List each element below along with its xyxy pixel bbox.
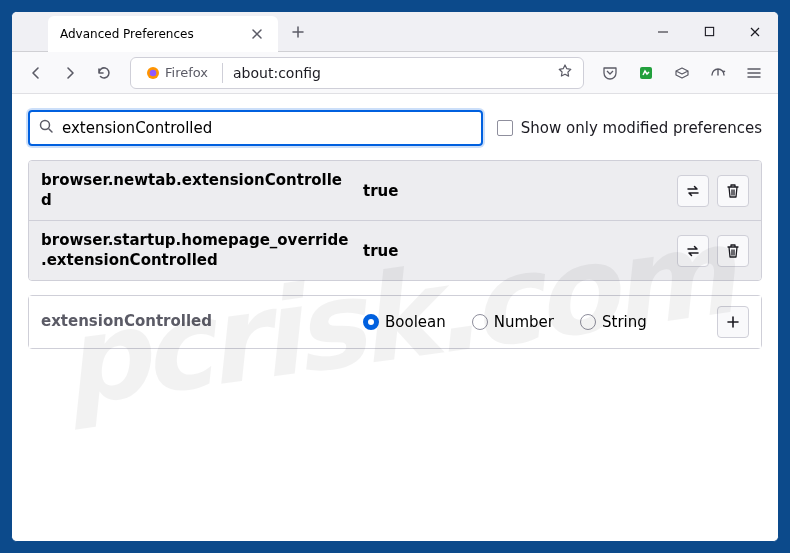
bookmark-star-icon[interactable] xyxy=(557,63,573,83)
search-input[interactable] xyxy=(62,119,473,137)
toggle-button[interactable] xyxy=(677,235,709,267)
pref-row[interactable]: browser.newtab.extensionControlled true xyxy=(29,161,761,220)
search-row: Show only modified preferences xyxy=(28,110,762,146)
identity-separator xyxy=(222,63,223,83)
radio-number[interactable]: Number xyxy=(472,313,554,331)
identity-label: Firefox xyxy=(165,65,208,80)
row-actions xyxy=(677,175,749,207)
forward-button[interactable] xyxy=(54,57,86,89)
urlbar[interactable]: Firefox about:config xyxy=(130,57,584,89)
delete-button[interactable] xyxy=(717,235,749,267)
back-button[interactable] xyxy=(20,57,52,89)
window-controls xyxy=(640,12,778,52)
close-window-button[interactable] xyxy=(732,12,778,52)
minimize-button[interactable] xyxy=(640,12,686,52)
reload-button[interactable] xyxy=(88,57,120,89)
preferences-table: browser.newtab.extensionControlled true … xyxy=(28,160,762,281)
add-button[interactable] xyxy=(717,306,749,338)
pref-name: browser.startup.homepage_override.extens… xyxy=(41,231,351,270)
row-actions xyxy=(677,235,749,267)
close-tab-button[interactable] xyxy=(248,25,266,43)
firefox-icon xyxy=(145,65,161,81)
svg-point-4 xyxy=(41,121,50,130)
pref-name: browser.newtab.extensionControlled xyxy=(41,171,351,210)
pref-row[interactable]: browser.startup.homepage_override.extens… xyxy=(29,220,761,280)
titlebar: Advanced Preferences xyxy=(12,12,778,52)
firefox-window: Advanced Preferences Firefox about:confi… xyxy=(11,11,779,542)
radio-icon xyxy=(363,314,379,330)
active-tab[interactable]: Advanced Preferences xyxy=(48,16,278,52)
svg-rect-0 xyxy=(705,27,713,35)
radio-icon xyxy=(472,314,488,330)
delete-button[interactable] xyxy=(717,175,749,207)
navigation-toolbar: Firefox about:config xyxy=(12,52,778,94)
row-actions xyxy=(717,306,749,338)
toggle-button[interactable] xyxy=(677,175,709,207)
about-config-content: Show only modified preferences browser.n… xyxy=(12,94,778,541)
maximize-button[interactable] xyxy=(686,12,732,52)
tab-title: Advanced Preferences xyxy=(60,27,248,41)
new-pref-name: extensionControlled xyxy=(41,312,351,332)
search-container[interactable] xyxy=(28,110,483,146)
protection-button[interactable] xyxy=(702,57,734,89)
extension-button[interactable] xyxy=(630,57,662,89)
app-menu-button[interactable] xyxy=(738,57,770,89)
checkbox-icon xyxy=(497,120,513,136)
svg-point-2 xyxy=(150,69,157,76)
pref-value: true xyxy=(363,242,665,260)
url-text: about:config xyxy=(233,65,551,81)
radio-icon xyxy=(580,314,596,330)
pocket-button[interactable] xyxy=(594,57,626,89)
radio-string[interactable]: String xyxy=(580,313,647,331)
show-modified-checkbox[interactable]: Show only modified preferences xyxy=(497,119,762,137)
new-tab-button[interactable] xyxy=(284,18,312,46)
radio-boolean[interactable]: Boolean xyxy=(363,313,446,331)
new-preference-row-container: extensionControlled Boolean Number Strin… xyxy=(28,295,762,349)
new-preference-row: extensionControlled Boolean Number Strin… xyxy=(29,296,761,348)
checkbox-label: Show only modified preferences xyxy=(521,119,762,137)
search-icon xyxy=(38,118,54,138)
identity-box[interactable]: Firefox xyxy=(137,63,216,83)
account-button[interactable] xyxy=(666,57,698,89)
pref-value: true xyxy=(363,182,665,200)
type-radio-group: Boolean Number String xyxy=(363,313,705,331)
